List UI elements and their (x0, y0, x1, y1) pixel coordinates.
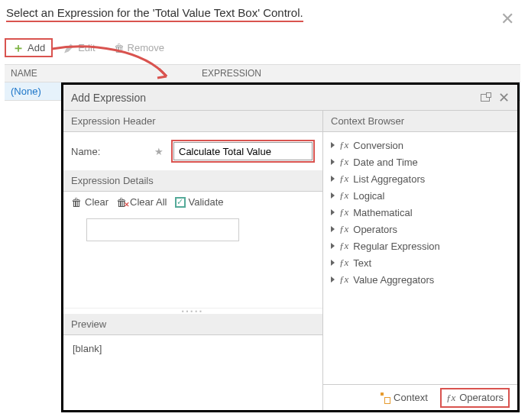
expression-header-section: Expression Header (63, 111, 322, 132)
ctx-label: Operators (353, 224, 397, 235)
ctx-item-valagg[interactable]: ƒxValue Aggregators (329, 271, 511, 288)
name-label: Name: (71, 146, 148, 157)
chevron-right-icon (331, 192, 335, 199)
details-toolbar: 🗑 Clear 🗑 Clear All ✓ Validate (63, 192, 322, 212)
fx-icon: ƒx (339, 173, 348, 185)
tab-context-label: Context (394, 392, 428, 403)
fx-icon: ƒx (339, 206, 348, 218)
ctx-item-listagg[interactable]: ƒxList Aggregators (329, 170, 511, 187)
chevron-right-icon (331, 226, 335, 232)
trash-x-icon: 🗑 (116, 197, 127, 208)
expression-input[interactable] (86, 218, 239, 241)
validate-button[interactable]: ✓ Validate (175, 196, 224, 208)
ctx-label: Text (353, 257, 371, 269)
trash-icon: 🗑 (71, 197, 82, 208)
remove-label: Remove (128, 42, 164, 53)
validate-label: Validate (189, 196, 224, 208)
context-list: ƒxConversion ƒxDate and Time ƒxList Aggr… (323, 132, 517, 384)
required-star-icon: ★ (154, 146, 164, 157)
fx-icon: ƒx (446, 392, 455, 404)
tab-context[interactable]: Context (374, 389, 432, 405)
fx-icon: ƒx (339, 139, 348, 151)
page-title: Select an Expression for the 'Total Valu… (6, 6, 303, 22)
ctx-label: List Aggregators (353, 173, 425, 185)
context-footer: Context ƒx Operators (323, 384, 517, 410)
ctx-item-logical[interactable]: ƒxLogical (329, 187, 511, 204)
context-browser-section: Context Browser (323, 111, 517, 132)
name-input[interactable] (173, 142, 313, 160)
clear-button[interactable]: 🗑 Clear (71, 196, 109, 208)
plus-icon: ＋ (12, 43, 24, 53)
ctx-item-conversion[interactable]: ƒxConversion (329, 137, 511, 153)
grid-header: NAME EXPRESSION (5, 64, 520, 82)
ctx-label: Value Aggregators (353, 274, 434, 286)
close-icon[interactable]: ✕ (500, 9, 514, 29)
check-icon: ✓ (175, 197, 186, 208)
tree-icon (379, 393, 390, 403)
fx-icon: ƒx (339, 240, 348, 252)
left-pane: Expression Header Name: ★ Expression Det… (63, 111, 323, 410)
clear-all-button[interactable]: 🗑 Clear All (116, 196, 167, 208)
chevron-right-icon (331, 209, 335, 215)
dialog-titlebar: Add Expression ✕ (63, 85, 517, 111)
chevron-right-icon (331, 142, 335, 148)
ctx-item-datetime[interactable]: ƒxDate and Time (329, 153, 511, 170)
trash-icon: 🗑 (114, 43, 125, 53)
tab-operators[interactable]: ƒx Operators (440, 388, 510, 408)
ctx-label: Date and Time (353, 157, 418, 168)
add-button[interactable]: ＋ Add (5, 38, 53, 57)
expression-canvas[interactable] (63, 212, 322, 247)
col-name: NAME (5, 68, 196, 79)
preview-value: [blank] (63, 335, 322, 411)
preview-section: Preview (63, 314, 322, 335)
toolbar: ＋ Add Edit 🗑 Remove (5, 38, 171, 57)
splitter-handle[interactable]: ▪▪▪▪▪ (63, 308, 322, 314)
chevron-right-icon (331, 176, 335, 182)
dialog-title: Add Expression (71, 92, 146, 104)
ctx-item-operators[interactable]: ƒxOperators (329, 221, 511, 237)
fx-icon: ƒx (339, 156, 348, 168)
fx-icon: ƒx (339, 189, 348, 202)
fx-icon: ƒx (339, 257, 348, 269)
chevron-right-icon (331, 276, 335, 283)
ctx-label: Logical (353, 190, 384, 202)
fx-icon: ƒx (339, 273, 348, 286)
ctx-item-text[interactable]: ƒxText (329, 254, 511, 271)
ctx-label: Conversion (353, 140, 403, 151)
chevron-right-icon (331, 260, 335, 266)
chevron-right-icon (331, 159, 335, 165)
expression-details-section: Expression Details (63, 170, 322, 192)
remove-button[interactable]: 🗑 Remove (107, 38, 171, 57)
maximize-icon[interactable] (479, 92, 491, 104)
dialog-close-icon[interactable]: ✕ (497, 92, 510, 104)
ctx-label: Mathematical (353, 207, 412, 218)
ctx-item-math[interactable]: ƒxMathematical (329, 204, 511, 221)
right-pane: Context Browser ƒxConversion ƒxDate and … (323, 111, 517, 410)
add-expression-dialog: Add Expression ✕ Expression Header Name:… (61, 82, 520, 412)
edit-button[interactable]: Edit (57, 38, 102, 57)
tab-operators-label: Operators (459, 392, 504, 403)
add-label: Add (28, 42, 45, 53)
fx-icon: ƒx (339, 223, 348, 235)
name-row: Name: ★ (63, 132, 322, 170)
clear-label: Clear (85, 196, 109, 208)
pencil-icon (64, 43, 75, 53)
clear-all-label: Clear All (130, 196, 167, 208)
chevron-right-icon (331, 243, 335, 249)
edit-label: Edit (78, 42, 95, 53)
ctx-label: Regular Expression (353, 241, 439, 252)
ctx-item-regex[interactable]: ƒxRegular Expression (329, 237, 511, 254)
col-expression: EXPRESSION (196, 68, 520, 79)
